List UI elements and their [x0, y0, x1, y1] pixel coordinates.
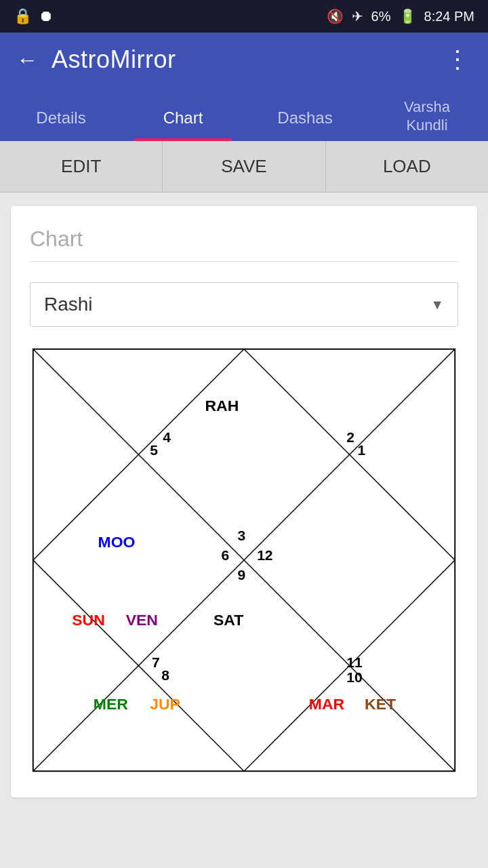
svg-text:MER: MER: [94, 695, 128, 713]
status-bar: 🔒 ⏺ 🔇 ✈ 6% 🔋 8:24 PM: [0, 0, 488, 33]
chevron-down-icon: ▼: [430, 297, 444, 313]
svg-text:9: 9: [237, 567, 245, 583]
back-button[interactable]: ←: [16, 47, 38, 73]
dropdown-label: Rashi: [44, 294, 93, 315]
svg-text:8: 8: [161, 667, 169, 683]
status-right: 🔇 ✈ 6% 🔋 8:24 PM: [327, 8, 474, 24]
main-content: Chart Rashi ▼: [0, 193, 488, 868]
svg-text:12: 12: [257, 547, 272, 563]
tab-chart[interactable]: Chart: [122, 87, 244, 141]
app-title: AstroMirror: [52, 45, 445, 74]
svg-text:10: 10: [346, 669, 362, 685]
card-divider: [30, 261, 458, 262]
svg-text:11: 11: [346, 654, 363, 670]
battery-icon: 🔋: [399, 8, 416, 24]
save-button[interactable]: SAVE: [163, 141, 325, 192]
tab-varsha-kundli[interactable]: Varsha Kundli: [366, 87, 488, 141]
action-buttons: EDIT SAVE LOAD: [0, 141, 488, 193]
svg-text:KET: KET: [365, 695, 396, 713]
app-bar: ← AstroMirror ⋮: [0, 33, 488, 87]
kundli-chart: 4 5 2 1 3 6 12 9 7 8 11 10 RAH: [30, 346, 458, 777]
tab-details[interactable]: Details: [0, 87, 122, 141]
svg-text:2: 2: [346, 429, 354, 445]
airplane-icon: ✈: [352, 8, 363, 24]
tab-bar: Details Chart Dashas Varsha Kundli: [0, 87, 488, 141]
svg-text:VEN: VEN: [126, 611, 158, 629]
battery-percent: 6%: [371, 9, 391, 24]
svg-text:5: 5: [150, 442, 158, 458]
tab-dashas[interactable]: Dashas: [244, 87, 366, 141]
svg-text:3: 3: [237, 528, 245, 543]
svg-text:1: 1: [358, 442, 366, 458]
chart-type-dropdown[interactable]: Rashi ▼: [30, 282, 458, 327]
svg-text:SAT: SAT: [214, 611, 243, 629]
clock: 8:24 PM: [424, 9, 474, 24]
chart-card: Chart Rashi ▼: [11, 206, 477, 797]
svg-text:7: 7: [152, 654, 160, 670]
svg-text:4: 4: [163, 429, 171, 445]
menu-button[interactable]: ⋮: [445, 45, 472, 74]
status-left: 🔒 ⏺: [14, 7, 54, 25]
svg-text:MAR: MAR: [309, 695, 345, 713]
record-icon: ⏺: [39, 7, 54, 25]
edit-button[interactable]: EDIT: [0, 141, 163, 192]
load-button[interactable]: LOAD: [326, 141, 488, 192]
svg-text:SUN: SUN: [72, 611, 104, 629]
card-title: Chart: [30, 226, 458, 252]
svg-text:MOO: MOO: [98, 533, 136, 551]
svg-text:JUP: JUP: [150, 695, 180, 713]
lock-icon: 🔒: [14, 7, 32, 25]
svg-text:RAH: RAH: [205, 397, 239, 414]
svg-text:6: 6: [221, 547, 229, 563]
mute-icon: 🔇: [327, 8, 344, 24]
